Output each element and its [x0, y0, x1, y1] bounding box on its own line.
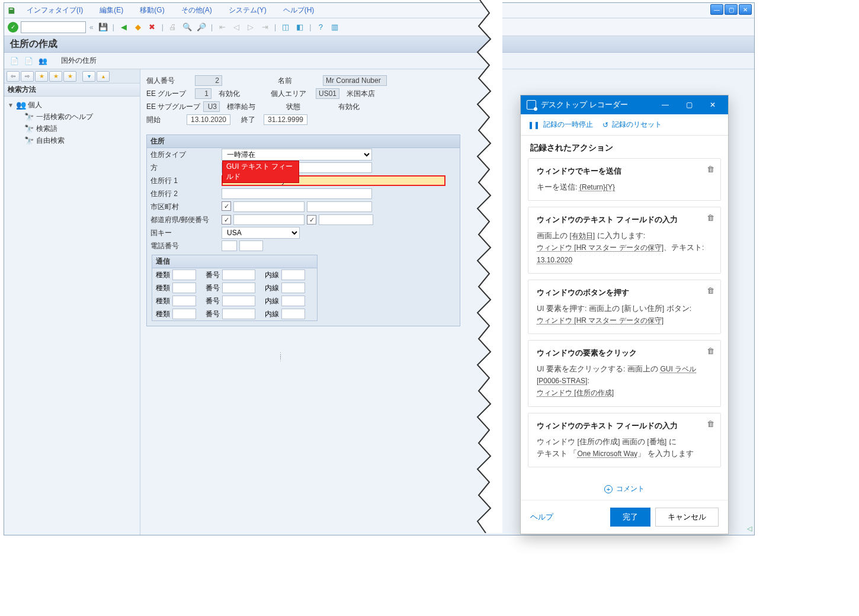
- recorder-minimize-button[interactable]: —: [656, 95, 675, 114]
- add-comment-button[interactable]: + コメント: [521, 478, 728, 500]
- foreign-address-label[interactable]: 国外の住所: [61, 56, 97, 66]
- cancel-button[interactable]: キャンセル: [655, 508, 719, 527]
- state-input[interactable]: [233, 214, 305, 225]
- command-field[interactable]: [21, 21, 86, 33]
- action-card[interactable]: 🗑ウィンドウのボタンを押すUI 要素を押す: 画面上の [新しい住所] ボタン:…: [528, 280, 721, 334]
- tree-root-person[interactable]: ▼ 👥 個人: [8, 99, 136, 111]
- ee-subgroup-label: EE サブグループ: [146, 102, 201, 112]
- help-icon[interactable]: ?: [315, 21, 326, 33]
- menu-extras[interactable]: その他(A): [173, 5, 220, 15]
- line2-input[interactable]: [222, 188, 372, 199]
- action-list: 🗑ウィンドウでキーを送信キーを送信: {Return}{Y}🗑ウィンドウのテキス…: [521, 158, 728, 478]
- comm-type-input[interactable]: [172, 283, 196, 293]
- zip-input[interactable]: [319, 214, 373, 225]
- close-button[interactable]: ✕: [739, 4, 752, 15]
- delete-action-icon[interactable]: 🗑: [707, 346, 714, 355]
- comm-ext-input[interactable]: [281, 270, 305, 280]
- personnel-area-field[interactable]: US01: [316, 88, 339, 99]
- personnel-no-field[interactable]: 2: [195, 75, 222, 86]
- shortcut-icon[interactable]: ◧: [294, 21, 306, 33]
- phone-num-input[interactable]: [239, 240, 263, 251]
- done-button[interactable]: 完了: [610, 508, 650, 527]
- first-page-icon[interactable]: ⇤: [216, 21, 228, 33]
- ee-group-field[interactable]: 1: [195, 88, 211, 99]
- delete-action-icon[interactable]: 🗑: [707, 286, 714, 295]
- nav-back-icon[interactable]: ⇦: [7, 71, 20, 82]
- action-card[interactable]: 🗑ウィンドウの要素をクリックUI 要素を左クリックする: 画面上の GUI ラベ…: [528, 340, 721, 407]
- splitter-handle[interactable]: ⋮⋮⋮: [278, 354, 281, 373]
- tree-item-searchterm[interactable]: 🔭 検索語: [8, 123, 136, 134]
- end-date-field[interactable]: 31.12.9999: [264, 114, 307, 125]
- start-label: 開始: [146, 115, 178, 125]
- fav3-icon[interactable]: ★: [63, 71, 76, 82]
- menu-edit[interactable]: 編集(E): [91, 5, 132, 15]
- menu-infotype[interactable]: インフォタイプ(I): [18, 5, 91, 15]
- nav-fwd-icon[interactable]: ⇨: [21, 71, 34, 82]
- recorder-footer: ヘルプ 完了 キャンセル: [521, 500, 728, 534]
- recorder-titlebar: デスクトップ レコーダー — ▢ ✕: [521, 95, 728, 114]
- print-icon[interactable]: 🖨: [167, 21, 179, 33]
- find-next-icon[interactable]: 🔎: [195, 21, 207, 33]
- comm-type-input[interactable]: [172, 309, 196, 319]
- save-icon[interactable]: 💾: [97, 21, 109, 33]
- comm-type-input[interactable]: [172, 270, 196, 280]
- comm-number-input[interactable]: [222, 309, 255, 319]
- comm-number-input[interactable]: [222, 283, 255, 293]
- collapse-icon[interactable]: ▴: [97, 71, 110, 82]
- action-card[interactable]: 🗑ウィンドウのテキスト フィールドの入力ウィンドウ [住所の作成] 画面の [番…: [528, 413, 721, 467]
- zip-check-icon[interactable]: ✓: [307, 215, 316, 224]
- comm-ext-input[interactable]: [281, 309, 305, 319]
- menu-system[interactable]: システム(Y): [220, 5, 275, 15]
- maximize-button[interactable]: ▢: [725, 4, 738, 15]
- prev-page-icon[interactable]: ◁: [230, 21, 242, 33]
- reset-recording-button[interactable]: ↺ 記録のリセット: [602, 120, 662, 130]
- exit-icon[interactable]: ◆: [132, 21, 144, 33]
- comm-ext-input[interactable]: [281, 296, 305, 306]
- phone-code-input[interactable]: [222, 240, 237, 251]
- tree-toggle-icon[interactable]: ▼: [8, 102, 14, 108]
- people-icon[interactable]: 👥: [37, 56, 48, 66]
- session-icon[interactable]: [4, 7, 18, 15]
- menu-goto[interactable]: 移動(G): [132, 5, 172, 15]
- menu-help[interactable]: ヘルプ(H): [275, 5, 323, 15]
- delete-action-icon[interactable]: 🗑: [707, 419, 714, 428]
- ee-subgroup-field[interactable]: U3: [203, 101, 220, 112]
- start-date-field[interactable]: 13.10.2020: [187, 114, 230, 125]
- action-card[interactable]: 🗑ウィンドウでキーを送信キーを送信: {Return}{Y}: [528, 158, 721, 201]
- new-session-icon[interactable]: ◫: [280, 21, 291, 33]
- tree-item-collective[interactable]: 🔭 一括検索のヘルプ: [8, 111, 136, 123]
- find-icon[interactable]: 🔍: [181, 21, 193, 33]
- recorder-maximize-button[interactable]: ▢: [679, 95, 698, 114]
- delete-action-icon[interactable]: 🗑: [707, 165, 714, 174]
- city-input[interactable]: [233, 201, 305, 212]
- recorder-close-button[interactable]: ✕: [703, 95, 722, 114]
- back-icon[interactable]: ◀: [118, 21, 130, 33]
- last-page-icon[interactable]: ⇥: [259, 21, 271, 33]
- action-title: ウィンドウのテキスト フィールドの入力: [537, 421, 712, 431]
- doc2-icon[interactable]: 📄: [23, 56, 34, 66]
- tree-item-free[interactable]: 🔭 自由検索: [8, 134, 136, 146]
- pause-recording-button[interactable]: ❚❚ 記録の一時停止: [528, 120, 593, 130]
- comm-row: 種類番号内線: [152, 294, 317, 307]
- fav-icon[interactable]: ★: [35, 71, 48, 82]
- doc1-icon[interactable]: 📄: [9, 56, 20, 66]
- minimize-button[interactable]: —: [710, 4, 723, 15]
- comm-ext-input[interactable]: [281, 283, 305, 293]
- address-type-select[interactable]: 一時滞在: [222, 149, 372, 161]
- comm-type-input[interactable]: [172, 296, 196, 306]
- delete-action-icon[interactable]: 🗑: [707, 213, 714, 222]
- city-check-icon[interactable]: ✓: [222, 201, 231, 211]
- fav2-icon[interactable]: ★: [49, 71, 62, 82]
- next-page-icon[interactable]: ▷: [245, 21, 257, 33]
- layout-icon[interactable]: ▥: [329, 21, 341, 33]
- cancel-icon[interactable]: ✖: [146, 21, 158, 33]
- comm-number-input[interactable]: [222, 270, 255, 280]
- action-card[interactable]: 🗑ウィンドウのテキスト フィールドの入力画面上の [有効日] に入力します:ウィ…: [528, 207, 721, 274]
- enter-icon[interactable]: ✓: [8, 22, 18, 33]
- state-check-icon[interactable]: ✓: [222, 215, 231, 224]
- comm-number-input[interactable]: [222, 296, 255, 306]
- help-link[interactable]: ヘルプ: [530, 512, 553, 522]
- city-input2[interactable]: [307, 201, 372, 212]
- expand-icon[interactable]: ▾: [82, 71, 95, 82]
- country-select[interactable]: USA: [222, 227, 300, 239]
